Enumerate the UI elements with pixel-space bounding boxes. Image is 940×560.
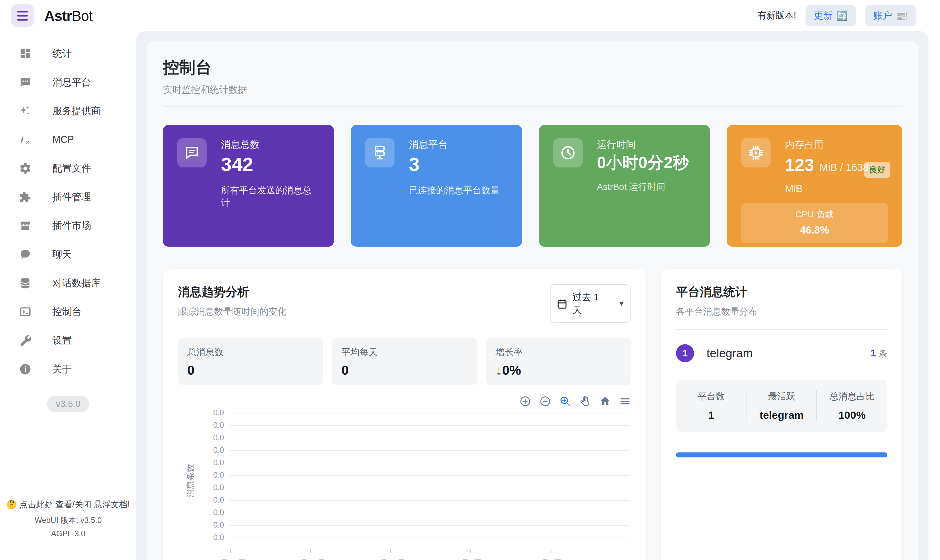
gridline: [230, 538, 630, 538]
x-tick-mark: [390, 549, 391, 553]
database-icon: [19, 277, 32, 290]
y-tick-label: 0.0: [197, 458, 224, 467]
menu-lines-icon[interactable]: [619, 395, 631, 407]
stat-subtitle: 所有平台发送的消息总计: [221, 184, 320, 209]
sidebar-item-chat[interactable]: 聊天: [0, 240, 136, 269]
cpu-load-box: CPU 负载 46.8%: [741, 203, 888, 243]
sidebar-item-console[interactable]: 控制台: [0, 297, 136, 326]
page-title: 控制台: [163, 57, 902, 78]
account-button[interactable]: 账户 📰: [865, 5, 916, 26]
stat-value: 342: [221, 154, 320, 175]
page-subtitle: 实时监控和统计数据: [163, 83, 902, 96]
stat-title: 消息总数: [221, 138, 320, 151]
mini-stat-total: 总消息数 0: [178, 338, 323, 385]
x-axis-labels: 3月31日 11:283月31日 16:103月31日 20:524月1日 01…: [230, 549, 630, 560]
sidebar: 统计 消息平台 服务提供商 ƒ✕ MCP 配置文件: [0, 31, 136, 560]
y-tick-label: 0.0: [197, 471, 224, 480]
sidebar-item-statistics[interactable]: 统计: [0, 39, 136, 68]
y-tick-label: 0.0: [197, 495, 224, 505]
platform-name: telegram: [707, 347, 753, 360]
x-tick-mark: [550, 549, 551, 553]
sidebar-item-config[interactable]: 配置文件: [0, 154, 136, 183]
sidebar-toggle-button[interactable]: [11, 5, 34, 27]
box-zoom-icon[interactable]: [559, 395, 571, 407]
y-tick-label: 0.0: [197, 421, 224, 430]
zoom-out-icon[interactable]: [539, 395, 551, 407]
webui-version-text: WebUI 版本: v3.5.0: [0, 515, 136, 525]
sidebar-item-plugin-market[interactable]: 插件市场: [0, 211, 136, 240]
gridline-row: 0.0: [197, 525, 631, 538]
hamburger-icon: [17, 11, 28, 12]
version-badge: v3.5.0: [47, 396, 89, 412]
trend-chart: 消息条数 0.00.00.00.00.00.00.00.00.00.00.03月…: [178, 413, 631, 560]
sidebar-item-conversation-db[interactable]: 对话数据库: [0, 269, 136, 297]
gridline-row: 0.0: [197, 413, 631, 425]
sidebar-item-plugin-manage[interactable]: 插件管理: [0, 183, 136, 211]
dashboard-icon: [19, 47, 32, 60]
stat-card-memory: 内存占用 123 MiB / 16384 MiB 良好 CPU 负载 46.8%: [727, 125, 902, 247]
mini-stat-growth: 增长率 ↓0%: [486, 338, 631, 385]
license-text: AGPL-3.0: [0, 529, 136, 538]
x-tick-label: 4月1日 01:34: [456, 557, 506, 560]
stat-value: 3: [409, 154, 508, 175]
summary-message-share: 总消息占比 100%: [817, 391, 887, 421]
x-tick-mark: [470, 549, 471, 553]
x-tick-label: 3月31日 11:28: [215, 557, 269, 560]
sidebar-item-mcp[interactable]: ƒ✕ MCP: [0, 125, 136, 154]
x-tick-mark: [310, 549, 311, 553]
sidebar-item-about[interactable]: 关于: [0, 355, 136, 383]
terminal-icon: [19, 305, 32, 318]
sidebar-item-message-platforms[interactable]: 消息平台: [0, 68, 136, 97]
platform-summary-box: 平台数 1 最活跃 telegram 总消息占比 100%: [676, 380, 887, 432]
gridline-row: 0.0: [197, 538, 631, 550]
function-icon: ƒ✕: [19, 133, 32, 146]
gridline-row: 0.0: [197, 450, 631, 463]
y-tick-label: 0.0: [197, 446, 224, 455]
gridline: [230, 488, 630, 488]
message-trend-panel: 消息趋势分析 跟踪消息数量随时间的变化 过去 1 天 ▼ 总消息数 0: [163, 269, 646, 560]
svg-text:✕: ✕: [25, 139, 30, 146]
stat-subtitle: 已连接的消息平台数量: [409, 184, 508, 197]
logo-bold: Astr: [44, 8, 72, 24]
trend-chart-plot[interactable]: 0.00.00.00.00.00.00.00.00.00.00.03月31日 1…: [197, 413, 631, 560]
platform-divider: [676, 329, 887, 330]
memory-value: 123: [785, 155, 814, 175]
x-tick-label: 4月1日 06:16: [536, 557, 585, 560]
pan-hand-icon[interactable]: [579, 395, 591, 407]
status-badge: 良好: [864, 162, 891, 178]
gridline: [230, 525, 630, 526]
sidebar-item-providers[interactable]: 服务提供商: [0, 97, 136, 125]
gridline: [230, 450, 630, 451]
gridline-row: 0.0: [197, 488, 631, 500]
y-axis-title: 消息条数: [185, 464, 196, 498]
trend-title: 消息趋势分析: [178, 284, 287, 300]
docs-toggle-hint[interactable]: 🤔 点击此处 查看/关闭 悬浮文档!: [0, 499, 136, 510]
chart-toolbar: [178, 395, 631, 407]
stat-subtitle: AstrBot 运行时间: [597, 181, 696, 193]
reset-home-icon[interactable]: [599, 395, 611, 407]
y-tick-label: 0.0: [197, 508, 224, 517]
gridline-row: 0.0: [197, 463, 631, 475]
page-scrollbar-track[interactable]: [928, 0, 940, 560]
account-icon: 📰: [896, 10, 908, 21]
gridline: [230, 413, 630, 414]
new-version-text[interactable]: 有新版本!: [758, 9, 796, 22]
message-platform-icon: [19, 76, 32, 89]
stat-card-total-messages: 消息总数 342 所有平台发送的消息总计: [163, 125, 334, 247]
cpu-load-value: 46.8%: [741, 224, 888, 236]
wrench-icon: [19, 334, 32, 347]
trend-subtitle: 跟踪消息数量随时间的变化: [178, 306, 287, 318]
x-tick-label: 3月31日 20:52: [375, 557, 429, 560]
gridline: [230, 425, 630, 426]
stat-card-platforms: 消息平台 3 已连接的消息平台数量: [351, 125, 522, 247]
message-lines-icon: [177, 138, 207, 168]
sidebar-nav: 统计 消息平台 服务提供商 ƒ✕ MCP 配置文件: [0, 31, 136, 412]
logo-light: Bot: [72, 8, 93, 24]
sidebar-item-settings[interactable]: 设置: [0, 326, 136, 355]
update-icon: 🔄: [836, 10, 847, 21]
update-button[interactable]: 更新 🔄: [806, 5, 856, 26]
svg-text:ƒ: ƒ: [20, 134, 24, 144]
time-range-select[interactable]: 过去 1 天 ▼: [550, 284, 631, 323]
stat-title: 运行时间: [597, 138, 696, 151]
zoom-in-icon[interactable]: [519, 395, 531, 407]
